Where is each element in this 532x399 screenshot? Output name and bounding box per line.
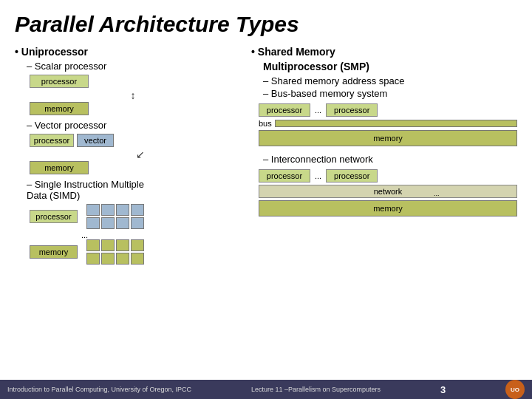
vector-subtitle: – Vector processor <box>27 120 236 131</box>
net-network-row: network ... <box>259 185 517 198</box>
simd-mem-cell-1 <box>86 239 100 251</box>
content-area: • Uniprocessor – Scalar processor proces… <box>15 46 517 272</box>
smp-memory-box: memory <box>259 130 517 146</box>
simd-cell-7 <box>116 217 129 229</box>
smp-sub2: – Bus-based memory system <box>263 88 517 99</box>
smp-proc-row: processor ... processor <box>259 103 517 117</box>
simd-subtitle: – Single Instruction Multiple <box>27 179 236 190</box>
smp-proc2-box: processor <box>326 103 378 117</box>
smp-sub1: – Shared memory address space <box>263 75 517 86</box>
simd-cell-5 <box>86 217 100 229</box>
scalar-processor-box: processor <box>30 75 89 88</box>
smp-mem-row: memory <box>259 130 517 146</box>
vector-processor-box: processor <box>30 134 74 147</box>
scalar-subtitle: – Scalar processor <box>27 61 236 72</box>
vector-memory-box: memory <box>30 161 89 174</box>
simd-mem-grid <box>86 239 144 265</box>
network-diagram: processor ... processor network ... memo… <box>259 169 517 216</box>
scalar-arrow: ↕ <box>30 89 236 101</box>
smp-bullet: • Shared Memory <box>251 46 517 58</box>
simd-memory-box: memory <box>30 245 78 259</box>
net-memory-box: memory <box>259 200 517 216</box>
smp-proc1-box: processor <box>259 103 310 117</box>
network-sub1: – Interconnection network <box>263 154 517 165</box>
network-section: – Interconnection network processor ... … <box>251 154 517 216</box>
vector-mem-row: memory <box>30 161 236 174</box>
scalar-memory-box: memory <box>30 102 89 115</box>
simd-cell-4 <box>131 204 144 216</box>
page: Parallel Architecture Types • Uniprocess… <box>0 0 532 399</box>
smp-diagram: processor ... processor bus memory <box>259 103 517 146</box>
simd-proc-row: processor <box>30 204 236 229</box>
simd-mem-cell-2 <box>101 239 115 251</box>
simd-mem-row: memory <box>30 239 236 265</box>
simd-mem-cell-3 <box>116 239 129 251</box>
uo-logo: UO <box>505 380 525 399</box>
simd-cell-2 <box>101 204 115 216</box>
scalar-mem-row: memory <box>30 102 236 115</box>
simd-pe-grid <box>86 204 144 229</box>
smp-bullet2: Multiprocessor (SMP) <box>263 61 517 72</box>
simd-processor-box: processor <box>30 210 78 223</box>
simd-mem-cell-8 <box>131 253 144 265</box>
net-dots2: ... <box>434 190 440 197</box>
vector-box: vector <box>77 134 114 147</box>
left-column: • Uniprocessor – Scalar processor proces… <box>15 46 236 272</box>
simd-cell-6 <box>101 217 115 229</box>
smp-bus-line <box>275 120 517 127</box>
smp-bus-label: bus <box>259 119 272 128</box>
simd-cell-8 <box>131 217 144 229</box>
uniprocessor-section: • Uniprocessor – Scalar processor proces… <box>15 46 236 265</box>
net-proc-row: processor ... processor <box>259 169 517 183</box>
footer-left: Introduction to Parallel Computing, Univ… <box>7 386 191 393</box>
simd-mem-cell-7 <box>116 253 129 265</box>
net-dots: ... <box>315 171 321 180</box>
simd-mem-cell-4 <box>131 239 144 251</box>
smp-section: • Shared Memory Multiprocessor (SMP) – S… <box>251 46 517 146</box>
simd-cell-3 <box>116 204 129 216</box>
net-network-box: network ... <box>259 185 517 198</box>
net-mem-row: memory <box>259 200 517 216</box>
uniprocessor-bullet: • Uniprocessor <box>15 46 236 58</box>
simd-mem-cell-5 <box>86 253 100 265</box>
smp-dots: ... <box>315 106 321 115</box>
page-number: 3 <box>440 384 446 395</box>
smp-bus-row: bus <box>259 119 517 128</box>
scalar-diagram: processor ↕ memory <box>30 75 236 115</box>
footer-center: Lecture 11 –Parallelism on Supercomputer… <box>251 386 381 393</box>
net-proc1-box: processor <box>259 169 310 183</box>
simd-subtitle2: Data (SIMD) <box>27 190 236 201</box>
scalar-proc-row: processor <box>30 75 236 88</box>
vector-diagram: processor vector ↙ memory <box>30 134 236 174</box>
vector-arrow: ↙ <box>30 149 236 160</box>
simd-dots: ... <box>81 231 88 239</box>
simd-dots-row: ... <box>81 231 236 239</box>
simd-cell-1 <box>86 204 100 216</box>
net-proc2-box: processor <box>326 169 378 183</box>
footer-bar: Introduction to Parallel Computing, Univ… <box>0 380 532 399</box>
page-title: Parallel Architecture Types <box>15 12 517 37</box>
vector-proc-row: processor vector <box>30 134 236 147</box>
simd-diagram: processor ... <box>30 204 236 265</box>
simd-mem-cell-6 <box>101 253 115 265</box>
right-column: • Shared Memory Multiprocessor (SMP) – S… <box>251 46 517 272</box>
